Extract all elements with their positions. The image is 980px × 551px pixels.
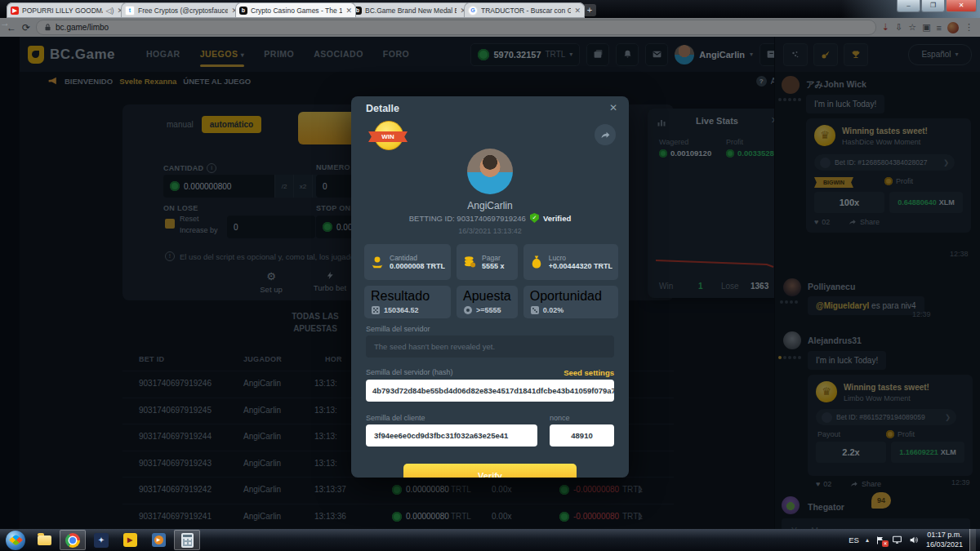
coins-icon (462, 255, 477, 269)
tab-audio-icon[interactable]: ◁) (106, 7, 114, 15)
player-icon: ▶ (123, 533, 137, 547)
restore-button[interactable]: ❐ (921, 0, 945, 12)
server-seed-field[interactable]: The seed hasn't been revealed yet. (366, 335, 614, 358)
movie-maker-icon: ✦ (94, 533, 109, 548)
client-seed-field[interactable]: 3f94ee6e0cd9d3fbc31f032a63e25e41 (366, 424, 537, 447)
verified-label: Verified (543, 214, 571, 223)
error-x-icon: ✕ (882, 540, 889, 547)
taskbar-clock[interactable]: 01:17 p.m. 16/03/2021 (926, 531, 963, 549)
browser-tab-4[interactable]: b BC.Game Brand New Medal Even ✕ (350, 2, 470, 18)
tab-close-icon[interactable]: ✕ (574, 7, 581, 15)
minimize-button[interactable]: – (897, 0, 920, 12)
start-button[interactable] (2, 530, 29, 550)
network-display-icon[interactable] (892, 535, 902, 545)
clock-date: 16/03/2021 (926, 540, 963, 549)
nonce-field[interactable]: 48910 (550, 424, 614, 447)
server-seed-hash-label: Semilla del servidor (hash) (366, 368, 453, 376)
server-seed-label: Semilla del servidor (366, 325, 430, 333)
forward-icon[interactable]: → (0, 18, 980, 37)
win-medal: WIN (372, 121, 403, 152)
browser-tab-1[interactable]: ▶ POPURRI LILLY GOODMAN: ◁) ✕ (7, 2, 127, 18)
tray-expand-icon[interactable]: ▴ (866, 536, 869, 544)
chrome-icon (65, 533, 80, 548)
taskbar-chrome-active[interactable] (60, 530, 86, 550)
twitter-favicon: t (125, 6, 135, 16)
bet-stat-cards: Cantidad0.0000008 TRTL Pagar5555 x Lucro… (364, 244, 616, 318)
stat-card-cantidad: Cantidad0.0000008 TRTL (364, 244, 451, 280)
keyboard-language[interactable]: ES (849, 535, 859, 544)
bcgame-site: BC.Game HOGAR JUEGOS ▾ PRIMO ASOCIADO FO… (0, 37, 980, 529)
verified-shield-icon: ✓ (530, 213, 539, 223)
calculator-icon (181, 533, 194, 548)
new-tab-button[interactable]: + (583, 4, 596, 16)
modal-title: Detalle (366, 103, 399, 114)
bcgame-favicon: b (239, 7, 247, 15)
tab-title: TRADUCTOR - Buscar con Googl (481, 7, 571, 15)
target-icon (463, 305, 473, 315)
browser-tab-5[interactable]: G TRADUCTOR - Buscar con Googl ✕ (464, 2, 585, 18)
money-bag-icon (529, 255, 544, 269)
taskbar-explorer[interactable] (31, 530, 57, 550)
player-name: AngiCarlin (351, 200, 629, 211)
tab-title: Free Cryptos (@cryptosfaucets) / (138, 7, 228, 15)
betting-id-row: BETTING ID: 9031740697919246 ✓ Verified (351, 213, 629, 223)
window-controls: – ❐ ✕ (896, 0, 977, 12)
win-ribbon: WIN (368, 131, 408, 142)
dice-icon (371, 305, 381, 315)
close-icon[interactable]: ✕ (609, 102, 617, 113)
client-seed-label: Semilla del cliente (366, 414, 425, 422)
taskbar-calculator-active[interactable] (174, 530, 200, 550)
browser-toolbar: ← → ⟳ bc.game/limbo ⇣ ⇩ ☆ ▣ ≡ ⋮ (0, 18, 980, 38)
action-center-flag[interactable]: ✕ (875, 535, 885, 545)
stat-card-oportunidad: Oportunidad 0.02% (523, 286, 618, 318)
bet-date: 16/3/2021 13:13:42 (351, 227, 629, 235)
player-avatar (467, 149, 513, 194)
browser-tabstrip: ▶ POPURRI LILLY GOODMAN: ◁) ✕ t Free Cry… (0, 0, 980, 18)
hand-coin-icon (370, 255, 385, 269)
system-tray: ES ▴ ✕ 01:17 p.m. 16/03/2021 (849, 529, 978, 551)
windows-taskbar: ✦ ▶ ▶ ES ▴ ✕ 01:17 p.m. 16/03/2021 (0, 529, 980, 551)
server-seed-hash-field[interactable]: 4b793d72d84be55bd4d06d82e83e4517d1841dfc… (366, 380, 614, 402)
taskbar-media-player[interactable]: ▶ (145, 530, 172, 550)
browser-tab-2[interactable]: t Free Cryptos (@cryptosfaucets) / ✕ (121, 2, 242, 18)
stat-card-pagar: Pagar5555 x (457, 244, 518, 280)
speaker-icon[interactable] (909, 535, 920, 545)
seed-settings-link[interactable]: Seed settings (564, 368, 614, 377)
youtube-favicon: ▶ (11, 7, 19, 15)
share-icon (600, 130, 611, 140)
betting-id: BETTING ID: 9031740697919246 (409, 214, 526, 223)
tab-title: Crypto Casino Games - The 16 B (251, 7, 342, 15)
bet-detail-modal: Detalle ✕ WIN AngiCarlin BETTING ID: 903… (351, 96, 629, 478)
media-player-icon: ▶ (152, 533, 166, 547)
screen: ▶ POPURRI LILLY GOODMAN: ◁) ✕ t Free Cry… (0, 0, 980, 551)
stat-card-resultado: Resultado 150364.52 (364, 286, 451, 318)
show-desktop-button[interactable] (969, 529, 976, 551)
tab-title: BC.Game Brand New Medal Even (365, 7, 457, 15)
tab-close-icon[interactable]: ✕ (345, 7, 352, 15)
stat-card-lucro: Lucro+0.00444320 TRTL (523, 244, 618, 280)
dice-icon (530, 305, 540, 315)
folder-icon (38, 535, 51, 545)
stat-card-apuesta: Apuesta >=5555 (457, 286, 518, 318)
tab-title: POPURRI LILLY GOODMAN: (22, 7, 103, 15)
windows-logo-icon (8, 535, 23, 545)
google-favicon: G (468, 6, 478, 16)
verify-button[interactable]: Verify (403, 464, 577, 478)
nonce-label: nonce (550, 414, 570, 422)
clock-time: 01:17 p.m. (926, 531, 963, 540)
taskbar-movie-maker[interactable]: ✦ (88, 530, 114, 550)
taskbar-player[interactable]: ▶ (117, 530, 143, 550)
browser-tab-3-active[interactable]: b Crypto Casino Games - The 16 B ✕ (235, 2, 356, 18)
share-button[interactable] (595, 124, 616, 145)
close-button[interactable]: ✕ (946, 0, 977, 12)
